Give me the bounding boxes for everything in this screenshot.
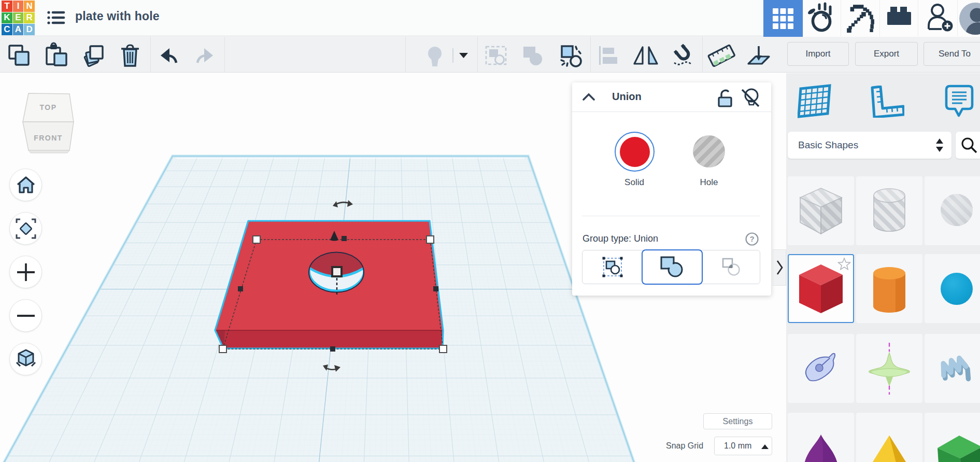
svg-text:TOP: TOP [39,103,56,111]
svg-text:FRONT: FRONT [34,134,63,142]
svg-text:?: ? [749,234,754,243]
